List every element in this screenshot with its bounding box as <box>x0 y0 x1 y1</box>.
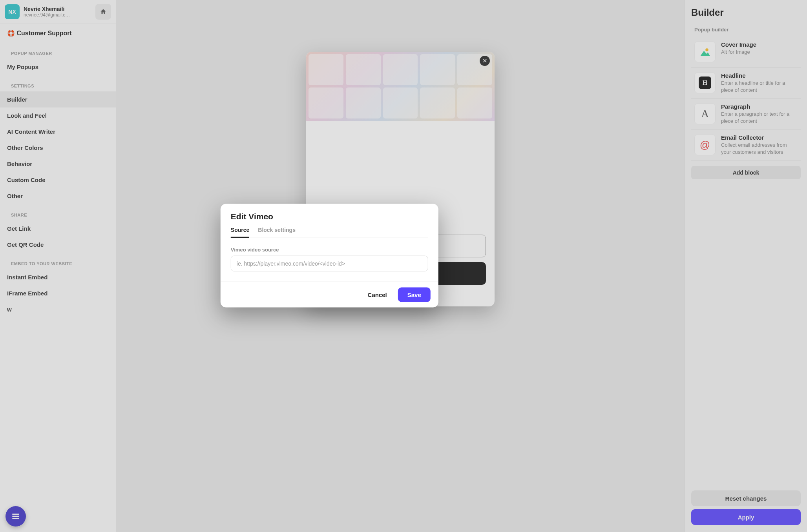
modal-actions: Cancel Save <box>221 282 438 308</box>
at-icon: @ <box>694 134 716 155</box>
sidebar-header: NX Nevrie Xhemaili nevriee.94@gmail.c… <box>0 0 116 24</box>
modal-tabs: Source Block settings <box>231 227 428 238</box>
home-button[interactable] <box>95 4 111 20</box>
sidebar-item-look-and-feel[interactable]: Look and Feel <box>0 107 116 124</box>
fab-menu[interactable] <box>5 506 26 527</box>
save-button[interactable]: Save <box>398 288 431 302</box>
edit-vimeo-modal: Edit Vimeo Source Block settings Vimeo v… <box>221 204 438 308</box>
close-icon: ✕ <box>482 57 487 64</box>
block-item-email-collector[interactable]: @ Email Collector Collect email addresse… <box>691 129 801 160</box>
block-title: Headline <box>721 72 798 79</box>
paragraph-icon: A <box>694 103 716 124</box>
sidebar-item-custom-code[interactable]: Custom Code <box>0 172 116 188</box>
user-email: nevriee.94@gmail.c… <box>24 12 91 18</box>
group-label-embed: EMBED TO YOUR WEBSITE <box>0 253 116 269</box>
block-item-cover-image[interactable]: Cover Image Alt for Image <box>691 36 801 67</box>
sidebar-item-other[interactable]: Other <box>0 188 116 204</box>
user-name: Nevrie Xhemaili <box>24 6 91 12</box>
block-item-paragraph[interactable]: A Paragraph Enter a paragraph or text fo… <box>691 98 801 129</box>
sidebar-item-instant-embed[interactable]: Instant Embed <box>0 269 116 285</box>
group-label-popup-manager: POPUP MANAGER <box>0 42 116 59</box>
user-meta: Nevrie Xhemaili nevriee.94@gmail.c… <box>24 6 91 18</box>
vimeo-source-label: Vimeo video source <box>231 247 428 253</box>
menu-icon <box>11 511 21 521</box>
sidebar-item-my-popups[interactable]: My Popups <box>0 59 116 75</box>
block-desc: Alt for Image <box>721 49 798 56</box>
popup-cover-image[interactable]: ✕ <box>306 52 495 121</box>
popup-close-button[interactable]: ✕ <box>480 56 490 66</box>
block-desc: Enter a paragraph or text for a piece of… <box>721 111 798 124</box>
svg-point-3 <box>705 48 708 51</box>
avatar[interactable]: NX <box>5 4 20 19</box>
tab-source[interactable]: Source <box>231 227 249 238</box>
block-title: Paragraph <box>721 103 798 110</box>
reset-changes-button[interactable]: Reset changes <box>691 490 801 506</box>
right-panel: Builder Popup builder Cover Image Alt fo… <box>685 0 807 532</box>
block-title: Email Collector <box>721 134 798 141</box>
cancel-button[interactable]: Cancel <box>362 288 393 302</box>
app-root: NX Nevrie Xhemaili nevriee.94@gmail.c… 🛟… <box>0 0 807 532</box>
block-list: Cover Image Alt for Image H Headline Ent… <box>691 36 801 160</box>
add-block-button[interactable]: Add block <box>691 166 801 179</box>
modal-body: Vimeo video source <box>221 238 438 282</box>
vimeo-source-input[interactable] <box>231 256 428 271</box>
sidebar-item-get-link[interactable]: Get Link <box>0 220 116 237</box>
block-title: Cover Image <box>721 41 798 48</box>
right-panel-title: Builder <box>691 7 801 18</box>
home-icon <box>100 8 107 15</box>
modal-header: Edit Vimeo Source Block settings <box>221 204 438 238</box>
block-item-headline[interactable]: H Headline Enter a headline or title for… <box>691 67 801 98</box>
image-icon <box>694 41 716 62</box>
group-label-share: SHARE <box>0 204 116 220</box>
sidebar: NX Nevrie Xhemaili nevriee.94@gmail.c… 🛟… <box>0 0 116 532</box>
sidebar-item-ai-content-writer[interactable]: AI Content Writer <box>0 124 116 140</box>
group-label-settings: SETTINGS <box>0 75 116 91</box>
sidebar-item-other-colors[interactable]: Other Colors <box>0 140 116 156</box>
sidebar-item-builder[interactable]: Builder <box>0 91 116 107</box>
headline-icon: H <box>694 72 716 93</box>
sidebar-item-support[interactable]: 🛟 Customer Support <box>0 24 116 42</box>
tab-block-settings[interactable]: Block settings <box>258 227 296 238</box>
block-desc: Collect email addresses from your custom… <box>721 142 798 155</box>
apply-button[interactable]: Apply <box>691 509 801 525</box>
modal-title: Edit Vimeo <box>231 212 428 221</box>
sidebar-item-behavior[interactable]: Behavior <box>0 156 116 172</box>
sidebar-item-get-qr-code[interactable]: Get QR Code <box>0 237 116 253</box>
sidebar-scroll[interactable]: 🛟 Customer Support POPUP MANAGER My Popu… <box>0 24 116 532</box>
sidebar-item-iframe-embed[interactable]: IFrame Embed <box>0 285 116 301</box>
block-desc: Enter a headline or title for a piece of… <box>721 80 798 93</box>
sidebar-item-partial[interactable]: w <box>0 301 116 317</box>
right-panel-subtitle: Popup builder <box>691 27 801 33</box>
